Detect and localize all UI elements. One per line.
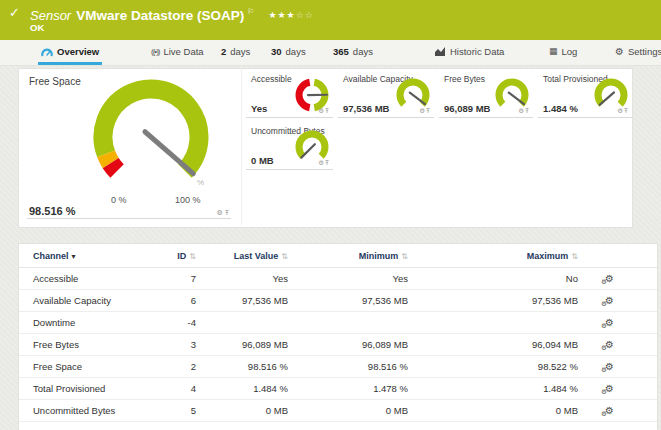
channel-id-cell: 5: [159, 400, 204, 422]
column-header-channel[interactable]: Channel▾: [19, 244, 159, 268]
channel-actions-cell: ⚙⚙: [586, 312, 657, 334]
channel-name-cell: Free Bytes: [19, 334, 159, 356]
tab-prefix: 2: [221, 46, 226, 57]
priority-flag-icon[interactable]: ⚐: [247, 7, 254, 16]
tab-settings[interactable]: ⚙Settings: [612, 41, 661, 62]
minimum-cell: 96,089 MB: [296, 334, 416, 356]
tab-365-days[interactable]: 365days: [330, 41, 376, 62]
maximum-cell: 96,094 MB: [416, 334, 586, 356]
pin-icon[interactable]: Ŧ: [325, 107, 330, 114]
gauge-panel-total-provisioned: Total Provisioned1.484 %⚙Ŧ: [538, 72, 632, 118]
pin-icon[interactable]: Ŧ: [624, 107, 629, 114]
channel-actions-cell: ⚙⚙: [586, 334, 657, 356]
tab-prefix: 30: [271, 46, 282, 57]
panel-underline: [538, 117, 632, 118]
gear-icon[interactable]: ⚙: [318, 159, 325, 166]
table-row-accessible: Accessible7YesYesNo⚙⚙: [19, 268, 657, 290]
gear-icon[interactable]: ⚙: [518, 107, 525, 114]
edit-channel-settings-icon[interactable]: ⚙⚙: [605, 296, 614, 306]
gear-icon[interactable]: ⚙: [617, 107, 624, 114]
channel-name-cell: Total Provisioned: [19, 378, 159, 400]
tab-bar: Overview((•))Live Data2days30days365days…: [0, 40, 661, 66]
gauge-value: 97,536 MB: [343, 103, 389, 114]
sensor-title: VMware Datastore (SOAP): [76, 8, 244, 23]
table-body: Accessible7YesYesNo⚙⚙Available Capacity6…: [19, 268, 657, 422]
minimum-cell: 0 MB: [296, 400, 416, 422]
column-label: Last Value: [234, 251, 279, 261]
gear-icon[interactable]: ⚙: [419, 107, 426, 114]
gauge-value: 0 MB: [251, 155, 274, 166]
channel-name-cell: Available Capacity: [19, 290, 159, 312]
column-header-last-value[interactable]: Last Value⇅: [204, 244, 296, 268]
channel-id-cell: 6: [159, 290, 204, 312]
edit-channel-settings-icon[interactable]: ⚙⚙: [605, 362, 614, 372]
table-row-uncommitted-bytes: Uncommitted Bytes50 MB0 MB0 MB⚙⚙: [19, 400, 657, 422]
tab-historic-data[interactable]: Historic Data: [432, 41, 507, 62]
panel-underline: [338, 117, 434, 118]
gauge-value: Yes: [251, 103, 267, 114]
table-row-free-bytes: Free Bytes396,089 MB96,089 MB96,094 MB⚙⚙: [19, 334, 657, 356]
tab-2-days[interactable]: 2days: [218, 41, 253, 62]
channels-table-section: Channel▾ID⇅Last Value⇅Minimum⇅Maximum⇅ A…: [18, 243, 658, 430]
column-header-minimum[interactable]: Minimum⇅: [296, 244, 416, 268]
channel-name-cell: Free Space: [19, 356, 159, 378]
tab-live-data[interactable]: ((•))Live Data: [148, 41, 207, 62]
tab-label: days: [286, 46, 306, 57]
settings-gear-icon: ⚙: [615, 47, 624, 57]
tab-30-days[interactable]: 30days: [268, 41, 309, 62]
maximum-cell: 97,536 MB: [416, 290, 586, 312]
object-kind-label: Sensor: [30, 8, 71, 23]
priority-stars[interactable]: ★★★☆☆: [268, 10, 313, 20]
panel-underline: [27, 218, 231, 219]
tab-overview[interactable]: Overview: [38, 41, 102, 65]
channel-id-cell: -4: [159, 312, 204, 334]
column-label: Channel: [33, 251, 69, 261]
gear-icon[interactable]: ⚙: [318, 107, 325, 114]
edit-channel-settings-icon[interactable]: ⚙⚙: [605, 318, 614, 328]
tab-label: Overview: [57, 46, 99, 57]
tab-label: Log: [562, 46, 578, 57]
column-header-id[interactable]: ID⇅: [159, 244, 204, 268]
channel-id-cell: 4: [159, 378, 204, 400]
sort-icon: ⇅: [189, 252, 196, 261]
gauge-title: Free Bytes: [444, 74, 485, 84]
maximum-cell: 0 MB: [416, 400, 586, 422]
gauge-needle: [301, 144, 314, 157]
pin-icon[interactable]: Ŧ: [525, 107, 530, 114]
overview-gauges-section: Free Space % 0 % 100 % 98.516 % ⚙Ŧ Acces…: [18, 68, 633, 228]
gear-icon[interactable]: ⚙: [216, 209, 224, 216]
tab-label: Live Data: [163, 46, 203, 57]
minimum-cell: 98.516 %: [296, 356, 416, 378]
gauge-panel-accessible: AccessibleYes⚙Ŧ: [246, 72, 333, 118]
panel-underline: [246, 169, 333, 170]
minimum-cell: [296, 312, 416, 334]
tab-label: Settings: [628, 46, 661, 57]
table-row-total-provisioned: Total Provisioned41.484 %1.478 %1.484 %⚙…: [19, 378, 657, 400]
pin-icon[interactable]: Ŧ: [225, 209, 231, 216]
column-label: Minimum: [359, 251, 399, 261]
channel-actions-cell: ⚙⚙: [586, 378, 657, 400]
free-space-dial: %: [89, 77, 213, 193]
panel-underline: [246, 117, 333, 118]
pin-icon[interactable]: Ŧ: [325, 159, 330, 166]
column-header-maximum[interactable]: Maximum⇅: [416, 244, 586, 268]
gauge-title: Accessible: [251, 74, 292, 84]
maximum-cell: No: [416, 268, 586, 290]
tab-log[interactable]: ▦Log: [546, 41, 580, 62]
gauge-icon: [41, 47, 53, 57]
pin-icon[interactable]: Ŧ: [426, 107, 431, 114]
channel-id-cell: 2: [159, 356, 204, 378]
tab-label: days: [353, 46, 373, 57]
stars-filled: ★★★: [268, 10, 295, 20]
channel-actions-cell: ⚙⚙: [586, 400, 657, 422]
sort-icon: ⇅: [571, 252, 578, 261]
minimum-cell: Yes: [296, 268, 416, 290]
last-value-cell: Yes: [204, 268, 296, 290]
edit-channel-settings-icon[interactable]: ⚙⚙: [605, 274, 614, 284]
sort-icon: ⇅: [281, 252, 288, 261]
edit-channel-settings-icon[interactable]: ⚙⚙: [605, 406, 614, 416]
edit-channel-settings-icon[interactable]: ⚙⚙: [605, 384, 614, 394]
gauge-unit-label: %: [197, 178, 204, 187]
edit-channel-settings-icon[interactable]: ⚙⚙: [605, 340, 614, 350]
table-row-downtime: Downtime-4⚙⚙: [19, 312, 657, 334]
